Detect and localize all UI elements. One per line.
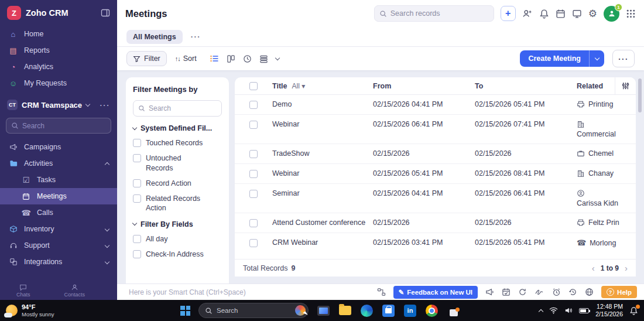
kanban-view-icon[interactable] <box>227 54 235 63</box>
create-meeting-dropdown[interactable] <box>589 50 604 67</box>
table-row[interactable]: Seminar 02/15/2026 04:41 PM 02/15/2026 0… <box>235 184 636 213</box>
cell-title[interactable]: Attend Customer conference <box>272 218 373 227</box>
checkbox-record-action[interactable]: Record Action <box>133 179 222 188</box>
column-header-title[interactable]: Title <box>272 82 287 90</box>
global-search-input[interactable] <box>390 9 489 18</box>
volume-icon[interactable] <box>564 307 573 314</box>
column-settings-icon[interactable] <box>615 77 636 95</box>
sidebar-search-input[interactable] <box>22 122 106 130</box>
feedback-button[interactable]: ✎ Feedback on New UI <box>393 286 478 299</box>
vertical-scrollbar[interactable] <box>638 78 642 112</box>
collapse-sidebar-icon[interactable] <box>101 8 110 18</box>
shortcut-contacts[interactable]: Contacts <box>64 284 85 298</box>
cell-title[interactable]: Demo <box>272 100 373 108</box>
filter-search[interactable] <box>133 100 222 117</box>
checkbox-touched-records[interactable]: Touched Records <box>133 138 222 148</box>
view-more-chevron-icon[interactable] <box>275 55 279 60</box>
file-explorer-icon[interactable] <box>338 304 352 317</box>
process-flow-icon[interactable] <box>377 288 386 296</box>
row-checkbox[interactable] <box>249 101 258 109</box>
notifications-tray-bell-icon[interactable] <box>629 306 638 315</box>
settings-gear-icon[interactable]: ⚙ <box>588 8 597 20</box>
toolbar-more-button[interactable]: ··· <box>612 50 635 67</box>
row-checkbox[interactable] <box>249 190 258 198</box>
checkbox-related-records-action[interactable]: Related Records Action <box>133 194 222 213</box>
cell-title[interactable]: Webinar <box>272 169 373 177</box>
help-button[interactable]: ? Help <box>601 286 637 298</box>
zia-signature-icon[interactable] <box>535 288 544 296</box>
cell-related[interactable]: Feltz Prin <box>588 218 619 227</box>
table-row[interactable]: TradeShow 02/15/2026 02/15/2026 Chemel <box>235 144 636 164</box>
table-row[interactable]: Webinar 02/15/2026 05:41 PM 02/15/2026 0… <box>235 164 636 184</box>
teamspace-selector[interactable]: CT CRM Teamspace ··· <box>0 96 117 114</box>
alarm-clock-icon[interactable] <box>552 288 561 296</box>
windows-start-button[interactable] <box>180 306 190 316</box>
sidebar-item-home[interactable]: ⌂ Home <box>0 26 117 42</box>
sidebar-item-calls[interactable]: ☎ Calls <box>0 204 117 221</box>
taskview-app-icon[interactable] <box>317 304 330 317</box>
battery-icon[interactable] <box>579 308 589 313</box>
linkedin-icon[interactable]: in <box>403 304 417 317</box>
row-checkbox[interactable] <box>249 150 258 158</box>
sidebar-item-integrations[interactable]: Integrations <box>0 254 117 270</box>
cell-title[interactable]: CRM Webinar <box>272 238 373 247</box>
user-avatar[interactable]: 1 <box>604 6 619 22</box>
globe-icon[interactable] <box>585 288 594 296</box>
cell-title[interactable]: TradeShow <box>272 149 373 158</box>
tray-overflow-chevron-icon[interactable] <box>539 309 543 313</box>
table-row[interactable]: Demo 02/15/2026 04:41 PM 02/15/2026 05:4… <box>235 95 636 115</box>
cell-title[interactable]: Webinar <box>272 120 373 128</box>
sidebar-item-analytics[interactable]: ◔ Analytics <box>0 59 117 75</box>
table-row[interactable]: Webinar 02/15/2026 06:41 PM 02/15/2026 0… <box>235 115 636 144</box>
sidebar-item-activities[interactable]: Activities <box>0 155 117 172</box>
rows-view-icon[interactable] <box>259 54 268 63</box>
tabs-more-icon[interactable]: ··· <box>191 32 201 41</box>
microsoft-store-icon[interactable] <box>382 304 395 317</box>
filter-button[interactable]: Filter <box>126 51 167 66</box>
sort-button[interactable]: ↑↓ Sort <box>175 54 197 63</box>
teamspace-more-icon[interactable]: ··· <box>100 101 111 110</box>
zia-agents-icon[interactable] <box>522 8 533 19</box>
sidebar-item-my-requests[interactable]: ☺ My Requests <box>0 75 117 91</box>
cell-related[interactable]: Printing <box>588 100 613 108</box>
chrome-icon[interactable] <box>425 304 439 317</box>
cell-title[interactable]: Seminar <box>272 189 373 197</box>
cell-related[interactable]: Chanay <box>588 169 614 177</box>
checkbox-all-day[interactable]: All day <box>133 234 222 244</box>
sidebar-item-reports[interactable]: ▤ Reports <box>0 42 117 59</box>
column-header-from[interactable]: From <box>373 82 475 90</box>
title-filter-dropdown[interactable]: All ▾ <box>292 82 305 90</box>
sidebar-item-meetings[interactable]: Meetings <box>0 188 117 204</box>
prev-page-icon[interactable]: ‹ <box>592 263 595 273</box>
timeline-view-icon[interactable] <box>243 54 252 63</box>
wifi-icon[interactable] <box>549 307 558 314</box>
sidebar-item-campaigns[interactable]: Campaigns <box>0 139 117 155</box>
checkbox-untouched-records[interactable]: Untouched Records <box>133 153 222 173</box>
sidebar-search[interactable] <box>6 118 111 134</box>
cell-related[interactable]: Morlong <box>590 239 616 247</box>
column-header-to[interactable]: To <box>475 82 577 90</box>
history-icon[interactable] <box>568 288 577 296</box>
shortcut-chats[interactable]: Chats <box>16 284 30 298</box>
app-launcher-grid-icon[interactable] <box>626 9 636 19</box>
cell-related[interactable]: Chemel <box>588 149 614 158</box>
notification-popup-icon[interactable] <box>447 304 460 317</box>
section-system-defined-filters[interactable]: System Defined Fil... <box>133 124 222 132</box>
row-checkbox[interactable] <box>249 219 258 227</box>
global-search[interactable] <box>374 5 494 22</box>
row-checkbox[interactable] <box>249 239 258 247</box>
taskbar-search[interactable] <box>198 303 309 318</box>
calendar-check-icon[interactable] <box>502 288 511 296</box>
sidebar-item-tasks[interactable]: ☑ Tasks <box>0 172 117 188</box>
tab-all-meetings[interactable]: All Meetings <box>126 30 183 44</box>
section-filter-by-fields[interactable]: Filter By Fields <box>133 220 222 228</box>
checkbox-check-in-address[interactable]: Check-In Address <box>133 250 222 259</box>
sidebar-item-support[interactable]: Support <box>0 237 117 254</box>
taskbar-weather[interactable]: 94°F Mostly sunny <box>6 303 54 318</box>
create-meeting-button[interactable]: Create Meeting <box>520 50 589 67</box>
cell-related[interactable]: Carissa Kidn <box>577 199 618 207</box>
marketplace-icon[interactable] <box>572 9 582 19</box>
announcements-megaphone-icon[interactable] <box>485 288 494 296</box>
refresh-icon[interactable] <box>518 288 527 296</box>
table-row[interactable]: CRM Webinar 02/15/2026 03:41 PM 02/15/20… <box>235 233 636 252</box>
